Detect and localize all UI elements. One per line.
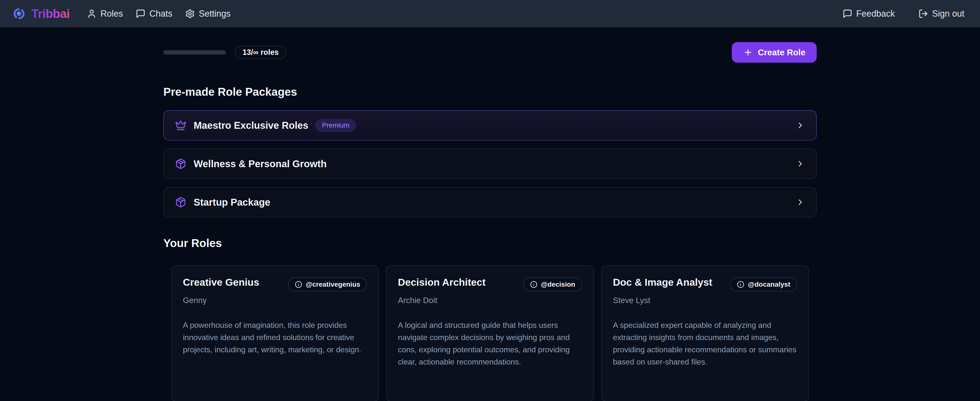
top-nav: Tribbai Roles Chats [0, 0, 980, 27]
role-card-title: Doc & Image Analyst [613, 276, 712, 288]
user-icon [87, 9, 97, 19]
roles-count-badge: 13/∞ roles [235, 46, 286, 59]
info-icon [737, 281, 744, 288]
feedback-chat-icon [843, 9, 853, 19]
tribbai-logo-icon [13, 7, 25, 20]
role-subtitle: Archie Doit [398, 296, 582, 305]
signout-icon [918, 9, 928, 19]
role-subtitle: Steve Lyst [613, 296, 797, 305]
chevron-right-icon [795, 121, 805, 130]
signout-label: Sign out [932, 8, 964, 19]
chat-icon [136, 9, 145, 19]
nav-item-settings[interactable]: Settings [185, 8, 231, 19]
role-card-creative-genius[interactable]: Creative Genius @creativegenius Genny A … [171, 265, 379, 401]
roles-progress-bar [163, 50, 226, 54]
package-title: Maestro Exclusive Roles [194, 120, 308, 131]
package-list: Maestro Exclusive Roles Premium Wellness… [163, 110, 817, 217]
role-handle: @creativegenius [305, 281, 360, 288]
signout-button[interactable]: Sign out [918, 8, 964, 19]
crown-icon [175, 120, 186, 131]
role-card-title: Creative Genius [183, 276, 259, 288]
nav-item-label: Chats [150, 8, 172, 19]
package-row-maestro[interactable]: Maestro Exclusive Roles Premium [163, 110, 817, 141]
main-content: 13/∞ roles Create Role Pre-made Role Pac… [163, 42, 817, 401]
info-icon [295, 281, 302, 288]
chevron-right-icon [795, 159, 805, 168]
role-description: A specialized expert capable of analyzin… [613, 319, 797, 368]
feedback-button[interactable]: Feedback [843, 8, 895, 19]
nav-item-roles[interactable]: Roles [87, 8, 123, 19]
role-card-decision-architect[interactable]: Decision Architect @decision Archie Doit… [386, 265, 594, 401]
create-role-label: Create Role [758, 48, 805, 57]
card-header: Decision Architect @decision [398, 276, 582, 291]
role-handle-badge[interactable]: @creativegenius [288, 278, 367, 291]
package-title: Wellness & Personal Growth [194, 158, 327, 169]
role-handle-badge[interactable]: @docanalyst [730, 278, 797, 291]
feedback-label: Feedback [856, 8, 895, 19]
your-roles-title: Your Roles [163, 236, 817, 250]
package-title: Startup Package [194, 197, 270, 208]
role-handle: @decision [541, 281, 575, 288]
role-handle: @docanalyst [748, 281, 790, 288]
plus-icon [743, 48, 753, 57]
card-header: Doc & Image Analyst @docanalyst [613, 276, 797, 291]
roles-toolbar: 13/∞ roles Create Role [163, 42, 817, 63]
role-description: A logical and structured guide that help… [398, 319, 582, 368]
nav-item-label: Settings [199, 8, 231, 19]
package-row-startup[interactable]: Startup Package [163, 187, 817, 217]
role-subtitle: Genny [183, 296, 367, 305]
brand-name: Tribbai [31, 6, 70, 21]
premium-badge: Premium [315, 119, 356, 132]
premade-section-title: Pre-made Role Packages [163, 85, 817, 98]
role-card-doc-image-analyst[interactable]: Doc & Image Analyst @docanalyst Steve Ly… [601, 265, 809, 401]
nav-item-label: Roles [100, 8, 123, 19]
package-icon [175, 197, 186, 208]
role-handle-badge[interactable]: @decision [523, 278, 582, 291]
package-icon [175, 158, 186, 169]
gear-icon [185, 9, 195, 19]
create-role-button[interactable]: Create Role [732, 42, 817, 63]
role-cards-grid: Creative Genius @creativegenius Genny A … [163, 265, 817, 401]
role-card-title: Decision Architect [398, 276, 485, 288]
role-description: A powerhouse of imagination, this role p… [183, 319, 367, 356]
info-icon [530, 281, 538, 288]
package-row-wellness[interactable]: Wellness & Personal Growth [163, 149, 817, 179]
primary-nav: Roles Chats Settings [87, 8, 231, 19]
chevron-right-icon [795, 198, 805, 207]
nav-right-group: Feedback Sign out [843, 8, 964, 19]
brand-logo[interactable]: Tribbai [13, 6, 70, 21]
card-header: Creative Genius @creativegenius [183, 276, 367, 291]
nav-item-chats[interactable]: Chats [136, 8, 172, 19]
